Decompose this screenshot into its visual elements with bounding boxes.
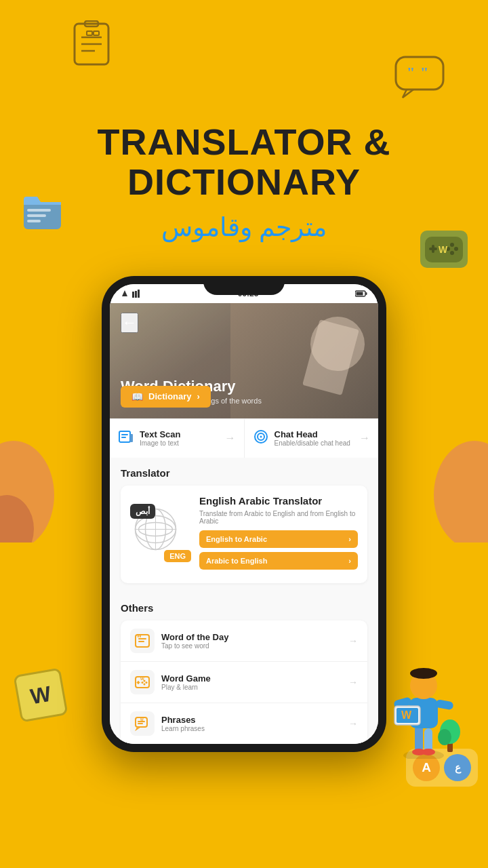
svg-point-55 xyxy=(142,682,144,684)
word-of-day-item[interactable]: W Word of the Day Tap to see word → xyxy=(121,620,367,662)
svg-rect-29 xyxy=(138,290,140,298)
svg-marker-26 xyxy=(122,290,127,296)
svg-rect-27 xyxy=(132,292,134,298)
text-scan-icon xyxy=(118,429,134,448)
svg-text:W: W xyxy=(140,717,144,721)
word-of-day-arrow: → xyxy=(348,635,358,646)
arabic-to-eng-arrow: › xyxy=(348,557,351,565)
svg-rect-64 xyxy=(424,728,432,752)
phrases-icon: W xyxy=(130,711,155,736)
dictionary-button[interactable]: 📖 Dictionary › xyxy=(121,386,211,408)
text-scan-text: Text Scan Image to text xyxy=(140,429,180,447)
text-scan-card[interactable]: Text Scan Image to text → xyxy=(110,419,245,458)
text-scan-arrow: → xyxy=(225,432,236,444)
eng-badge: ENG xyxy=(164,550,191,562)
text-scan-sublabel: Image to text xyxy=(140,439,180,447)
dict-btn-label: Dictionary xyxy=(148,391,192,401)
svg-point-39 xyxy=(260,435,262,437)
others-section: Others W Word of the Day xyxy=(110,593,378,744)
eng-to-arabic-button[interactable]: English to Arabic › xyxy=(199,530,358,548)
phrases-sublabel: Learn phrases xyxy=(161,725,205,732)
app-title-line2: DICTIONARY xyxy=(0,162,488,202)
svg-rect-63 xyxy=(415,725,423,752)
translator-card: أبص ENG English Arabic Translator Transl… xyxy=(121,486,367,583)
arabic-to-eng-label: Arabic to English xyxy=(206,557,267,565)
svg-rect-34 xyxy=(121,434,128,435)
svg-rect-32 xyxy=(365,292,367,295)
chat-head-text: Chat Head Enable/disable chat head xyxy=(274,429,350,447)
svg-point-69 xyxy=(410,668,437,679)
dict-btn-arrow: › xyxy=(197,391,200,401)
svg-rect-47 xyxy=(138,638,146,639)
arabic-badge: أبص xyxy=(130,504,155,519)
phrases-arrow: → xyxy=(348,718,358,729)
translator-info: English Arabic Translator Translate from… xyxy=(199,495,358,574)
word-game-arrow: → xyxy=(348,677,358,688)
word-game-icon: W xyxy=(130,670,155,694)
svg-rect-31 xyxy=(356,292,363,295)
floating-illustration: W xyxy=(380,650,468,759)
svg-text:W: W xyxy=(401,709,412,721)
svg-point-66 xyxy=(422,749,435,755)
phone-screen: 06:25 ← Word Dictionary Tap here to find… xyxy=(110,284,378,744)
dict-icon: 📖 xyxy=(131,391,143,402)
svg-rect-48 xyxy=(138,641,144,642)
others-title: Others xyxy=(121,602,367,614)
svg-point-56 xyxy=(144,683,146,685)
translator-globe: أبص ENG xyxy=(130,504,191,565)
phrases-text: Phrases Learn phrases xyxy=(161,715,205,732)
word-game-item[interactable]: W Word Game Play & learn → xyxy=(121,662,367,703)
app-title-line1: TRANSLATOR & xyxy=(0,122,488,162)
chat-head-icon xyxy=(253,429,269,448)
eng-to-arabic-arrow: › xyxy=(348,535,351,543)
word-of-day-icon: W xyxy=(130,629,155,653)
eng-to-arabic-label: English to Arabic xyxy=(206,535,267,543)
translator-section: Translator أبص ENG xyxy=(110,458,378,593)
headline-area: TRANSLATOR & DICTIONARY مترجم وقاموس xyxy=(0,0,488,256)
word-of-day-sublabel: Tap to see word xyxy=(161,642,228,650)
svg-point-54 xyxy=(146,682,148,684)
svg-text:W: W xyxy=(137,633,142,638)
app-title-arabic: مترجم وقاموس xyxy=(0,212,488,242)
svg-rect-60 xyxy=(138,723,143,724)
chat-head-sublabel: Enable/disable chat head xyxy=(274,439,350,447)
word-game-label: Word Game xyxy=(161,673,211,684)
others-list: W Word of the Day Tap to see word → xyxy=(121,620,367,744)
word-game-text: Word Game Play & learn xyxy=(161,673,211,691)
word-game-sublabel: Play & learn xyxy=(161,684,211,691)
dict-btn-area: 📖 Dictionary › xyxy=(121,386,211,408)
screen-hero: ← Word Dictionary Tap here to find the m… xyxy=(110,303,378,418)
word-of-day-text: Word of the Day Tap to see word xyxy=(161,632,228,650)
arabic-to-eng-button[interactable]: Arabic to English › xyxy=(199,552,358,570)
text-scan-label: Text Scan xyxy=(140,429,180,439)
svg-point-77 xyxy=(438,729,451,745)
svg-text:W: W xyxy=(140,677,144,681)
status-right-icons xyxy=(355,290,367,298)
translator-title: Translator xyxy=(121,467,367,479)
svg-rect-52 xyxy=(137,682,140,683)
phone-outer: 06:25 ← Word Dictionary Tap here to find… xyxy=(102,276,386,752)
status-left-icons xyxy=(121,290,141,298)
phrases-label: Phrases xyxy=(161,715,205,725)
feature-row: Text Scan Image to text → Chat He xyxy=(110,418,378,458)
svg-rect-35 xyxy=(121,437,126,438)
word-of-day-label: Word of the Day xyxy=(161,632,228,642)
svg-rect-36 xyxy=(130,434,133,442)
chat-head-label: Chat Head xyxy=(274,429,350,439)
translator-card-desc: Translate from Arabic to English and fro… xyxy=(199,510,358,525)
svg-rect-71 xyxy=(435,699,454,710)
back-button[interactable]: ← xyxy=(121,313,138,333)
phrases-item[interactable]: W Phrases Learn phrases → xyxy=(121,703,367,744)
phone-mockup: 06:25 ← Word Dictionary Tap here to find… xyxy=(0,276,488,752)
chat-head-card[interactable]: Chat Head Enable/disable chat head → xyxy=(245,419,379,458)
chat-head-arrow: → xyxy=(359,432,370,444)
translator-card-title: English Arabic Translator xyxy=(199,495,358,507)
svg-rect-28 xyxy=(135,291,137,298)
phone-notch xyxy=(203,276,285,295)
